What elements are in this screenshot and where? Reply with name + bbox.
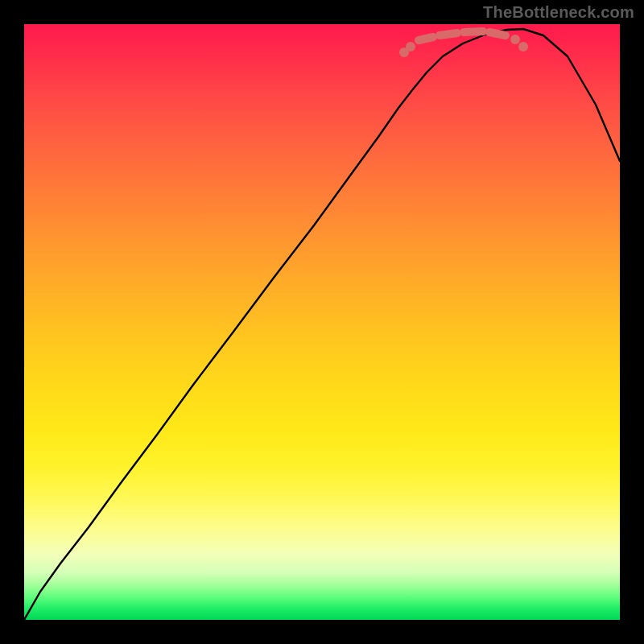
marker-dot: [510, 35, 520, 44]
chart-overlay: [24, 24, 620, 620]
chart-frame: TheBottleneck.com: [0, 0, 644, 644]
marker-dot: [406, 42, 415, 52]
marker-dash: [489, 32, 506, 35]
watermark-text: TheBottleneck.com: [483, 3, 634, 22]
marker-dot: [518, 42, 528, 52]
marker-dash: [419, 37, 433, 40]
plot-area: [24, 24, 620, 620]
marker-dash: [440, 33, 457, 35]
bottleneck-curve: [24, 29, 620, 620]
bottleneck-markers: [399, 31, 528, 57]
marker-dash: [464, 31, 483, 32]
